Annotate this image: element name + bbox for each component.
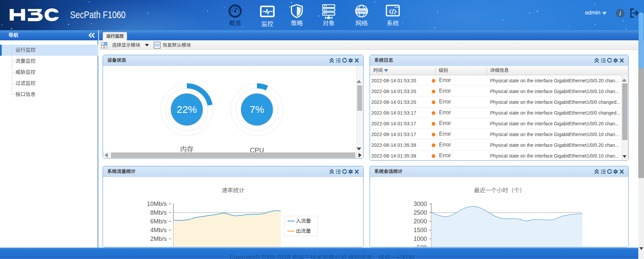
svg-text:i: i [619, 10, 621, 17]
svg-text:6Mb/s: 6Mb/s [150, 218, 167, 225]
svg-text:2Mb/s: 2Mb/s [150, 235, 167, 242]
svg-text:1000: 1000 [414, 235, 427, 242]
svg-text:2500: 2500 [414, 209, 427, 216]
svg-text:10Mb/s: 10Mb/s [147, 201, 167, 207]
svg-text:4Mb/s: 4Mb/s [150, 227, 167, 233]
svg-text:3000: 3000 [414, 201, 427, 207]
svg-text:500: 500 [417, 244, 427, 247]
svg-text:INTERNET: INTERNET [356, 10, 367, 12]
svg-text:7%: 7% [250, 104, 264, 115]
svg-text:8Mb/s: 8Mb/s [150, 209, 167, 216]
svg-text:1500: 1500 [414, 227, 427, 233]
svg-text:2000: 2000 [414, 218, 427, 225]
svg-text:22%: 22% [177, 104, 197, 115]
